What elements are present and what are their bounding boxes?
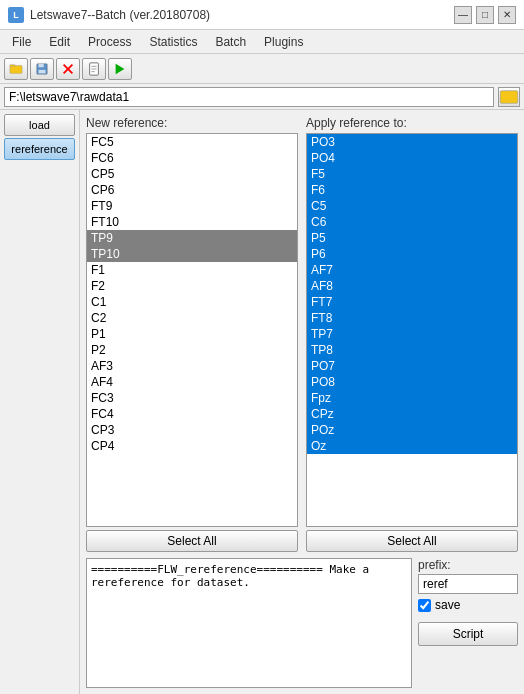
list-item[interactable]: F5	[307, 166, 517, 182]
document-icon	[87, 62, 101, 76]
window-controls[interactable]: — □ ✕	[454, 6, 516, 24]
minimize-button[interactable]: —	[454, 6, 472, 24]
svg-rect-0	[10, 65, 22, 73]
path-input[interactable]	[4, 87, 494, 107]
svg-rect-4	[39, 69, 46, 73]
sidebar: load rereference	[0, 110, 80, 694]
save-label: save	[435, 598, 460, 612]
list-item[interactable]: POz	[307, 422, 517, 438]
prefix-label: prefix:	[418, 558, 518, 572]
lists-row: New reference: FC5FC6CP5CP6FT9FT10TP9TP1…	[86, 116, 518, 552]
list-item[interactable]: CP3	[87, 422, 297, 438]
apply-reference-select-all[interactable]: Select All	[306, 530, 518, 552]
folder-open-icon	[9, 62, 23, 76]
save-icon	[35, 62, 49, 76]
menu-batch[interactable]: Batch	[207, 33, 254, 51]
prefix-input[interactable]	[418, 574, 518, 594]
content-area: New reference: FC5FC6CP5CP6FT9FT10TP9TP1…	[80, 110, 524, 694]
title-bar: L Letswave7--Batch (ver.20180708) — □ ✕	[0, 0, 524, 30]
list-item[interactable]: AF7	[307, 262, 517, 278]
list-item[interactable]: C5	[307, 198, 517, 214]
run-green-icon	[113, 62, 127, 76]
list-item[interactable]: C6	[307, 214, 517, 230]
list-item[interactable]: CP6	[87, 182, 297, 198]
list-item[interactable]: F1	[87, 262, 297, 278]
script-text-area: ==========FLW_rereference========== Make…	[86, 558, 412, 688]
list-item[interactable]: Oz	[307, 438, 517, 454]
list-item[interactable]: C2	[87, 310, 297, 326]
save-checkbox-label[interactable]: save	[418, 598, 518, 612]
delete-button[interactable]	[56, 58, 80, 80]
open-folder-button[interactable]	[4, 58, 28, 80]
list-item[interactable]: P6	[307, 246, 517, 262]
load-button[interactable]: load	[4, 114, 75, 136]
save-button[interactable]	[30, 58, 54, 80]
new-reference-section: New reference: FC5FC6CP5CP6FT9FT10TP9TP1…	[86, 116, 298, 552]
list-item[interactable]: P1	[87, 326, 297, 342]
run-button-toolbar[interactable]	[108, 58, 132, 80]
list-item[interactable]: TP9	[87, 230, 297, 246]
list-item[interactable]: P5	[307, 230, 517, 246]
list-item[interactable]: TP10	[87, 246, 297, 262]
menu-process[interactable]: Process	[80, 33, 139, 51]
script-button[interactable]: Script	[418, 622, 518, 646]
list-item[interactable]: FT7	[307, 294, 517, 310]
list-item[interactable]: FT8	[307, 310, 517, 326]
delete-icon	[61, 62, 75, 76]
list-item[interactable]: FC6	[87, 150, 297, 166]
new-reference-label: New reference:	[86, 116, 298, 130]
menu-file[interactable]: File	[4, 33, 39, 51]
main-content: load rereference New reference: FC5FC6CP…	[0, 110, 524, 694]
browse-icon	[499, 87, 519, 107]
list-item[interactable]: AF8	[307, 278, 517, 294]
svg-rect-12	[500, 90, 518, 103]
right-panel: prefix: save Script	[418, 558, 518, 688]
list-item[interactable]: PO4	[307, 150, 517, 166]
list-item[interactable]: P2	[87, 342, 297, 358]
list-item[interactable]: PO8	[307, 374, 517, 390]
list-item[interactable]: TP7	[307, 326, 517, 342]
apply-reference-section: Apply reference to: PO3PO4F5F6C5C6P5P6AF…	[306, 116, 518, 552]
list-item[interactable]: F2	[87, 278, 297, 294]
svg-rect-1	[10, 64, 15, 66]
list-item[interactable]: Fpz	[307, 390, 517, 406]
app-icon: L	[8, 7, 24, 23]
list-item[interactable]: FC3	[87, 390, 297, 406]
svg-rect-3	[39, 63, 44, 67]
close-button[interactable]: ✕	[498, 6, 516, 24]
list-item[interactable]: F6	[307, 182, 517, 198]
toolbar	[0, 54, 524, 84]
browse-button[interactable]	[498, 87, 520, 107]
list-item[interactable]: CPz	[307, 406, 517, 422]
apply-reference-list[interactable]: PO3PO4F5F6C5C6P5P6AF7AF8FT7FT8TP7TP8PO7P…	[306, 133, 518, 527]
list-item[interactable]: FT10	[87, 214, 297, 230]
list-item[interactable]: FC5	[87, 134, 297, 150]
document-button[interactable]	[82, 58, 106, 80]
list-item[interactable]: PO3	[307, 134, 517, 150]
list-item[interactable]: PO7	[307, 358, 517, 374]
list-item[interactable]: C1	[87, 294, 297, 310]
rereference-button[interactable]: rereference	[4, 138, 75, 160]
list-item[interactable]: FC4	[87, 406, 297, 422]
window-title: Letswave7--Batch (ver.20180708)	[30, 8, 210, 22]
list-item[interactable]: FT9	[87, 198, 297, 214]
list-item[interactable]: CP5	[87, 166, 297, 182]
menu-plugins[interactable]: Plugins	[256, 33, 311, 51]
maximize-button[interactable]: □	[476, 6, 494, 24]
list-item[interactable]: TP8	[307, 342, 517, 358]
list-item[interactable]: CP4	[87, 438, 297, 454]
menu-statistics[interactable]: Statistics	[141, 33, 205, 51]
list-item[interactable]: AF4	[87, 374, 297, 390]
bottom-section: ==========FLW_rereference========== Make…	[86, 558, 518, 688]
new-reference-list[interactable]: FC5FC6CP5CP6FT9FT10TP9TP10F1F2C1C2P1P2AF…	[86, 133, 298, 527]
apply-reference-label: Apply reference to:	[306, 116, 518, 130]
save-checkbox[interactable]	[418, 599, 431, 612]
menu-edit[interactable]: Edit	[41, 33, 78, 51]
list-item[interactable]: AF3	[87, 358, 297, 374]
svg-marker-11	[116, 63, 125, 74]
menu-bar: File Edit Process Statistics Batch Plugi…	[0, 30, 524, 54]
path-bar	[0, 84, 524, 110]
new-reference-select-all[interactable]: Select All	[86, 530, 298, 552]
prefix-section: prefix:	[418, 558, 518, 594]
